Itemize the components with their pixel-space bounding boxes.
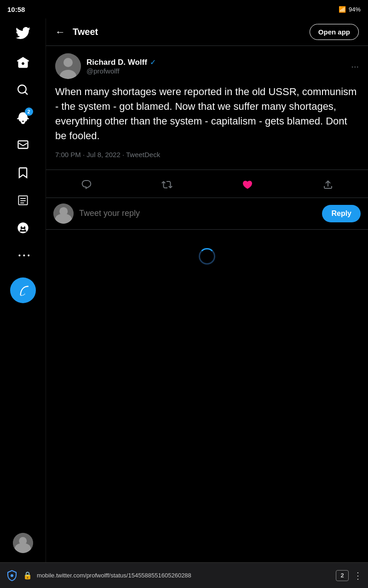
- tweet-content: Richard D. Wolff ✓ @profwolff ··· When m…: [46, 46, 368, 170]
- svg-point-3: [11, 574, 13, 577]
- page-title: Tweet: [73, 27, 98, 37]
- open-app-button[interactable]: Open app: [310, 24, 359, 40]
- browser-url[interactable]: mobile.twitter.com/profwolff/status/1545…: [37, 572, 331, 579]
- author-name: Richard D. Wolff: [86, 58, 147, 67]
- shield-icon[interactable]: [6, 569, 18, 582]
- retweet-action-button[interactable]: [158, 175, 176, 194]
- reply-input[interactable]: [79, 209, 316, 218]
- sidebar-item-lists[interactable]: [10, 187, 36, 213]
- back-button[interactable]: ←: [55, 26, 65, 38]
- notification-badge: 2: [25, 107, 33, 116]
- browser-tabs[interactable]: 2: [336, 570, 349, 581]
- tweet-timestamp: 7:00 PM · Jul 8, 2022 · TweetDeck: [55, 151, 359, 158]
- action-bar: [46, 172, 368, 198]
- more-options-button[interactable]: ···: [351, 61, 359, 72]
- status-time: 10:58: [7, 6, 25, 13]
- status-bar: 10:58 📶 94%: [0, 0, 368, 18]
- compose-button[interactable]: [10, 277, 36, 303]
- browser-more-button[interactable]: ⋮: [353, 570, 362, 581]
- wifi-icon: 📶: [339, 6, 346, 13]
- verified-icon: ✓: [150, 58, 156, 67]
- reply-action-button[interactable]: [77, 175, 96, 194]
- tweet-divider: [46, 170, 368, 170]
- tweet-author-row: Richard D. Wolff ✓ @profwolff ···: [55, 53, 359, 79]
- user-avatar[interactable]: [13, 533, 33, 553]
- author-name-row: Richard D. Wolff ✓: [86, 58, 156, 67]
- loading-spinner: [199, 248, 215, 265]
- svg-point-1: [63, 58, 73, 67]
- reply-user-avatar: [53, 204, 74, 224]
- author-details: Richard D. Wolff ✓ @profwolff: [86, 58, 156, 75]
- main-layout: 2: [0, 18, 368, 562]
- reply-button[interactable]: Reply: [322, 205, 361, 222]
- author-handle: @profwolff: [86, 67, 156, 75]
- tweet-text: When many shortages were reported in the…: [55, 85, 359, 143]
- battery-icon: 94%: [349, 6, 361, 13]
- sidebar-item-profile[interactable]: [10, 215, 36, 241]
- content-area: ← Tweet Open app: [46, 18, 368, 562]
- lock-icon: 🔒: [23, 571, 32, 580]
- sidebar-item-more[interactable]: [10, 243, 36, 268]
- tweet-header-bar: ← Tweet Open app: [46, 18, 368, 46]
- sidebar-item-bookmarks[interactable]: [10, 160, 36, 186]
- loading-area: [46, 230, 368, 562]
- sidebar-item-messages[interactable]: [10, 132, 36, 158]
- author-avatar: [55, 53, 81, 79]
- like-action-button[interactable]: [238, 175, 257, 194]
- twitter-logo[interactable]: [13, 23, 33, 43]
- share-action-button[interactable]: [319, 175, 337, 194]
- reply-area: Reply: [46, 198, 368, 230]
- header-left: ← Tweet: [55, 26, 98, 38]
- tweet-author-info: Richard D. Wolff ✓ @profwolff: [55, 53, 156, 79]
- sidebar-item-notifications[interactable]: 2: [10, 105, 36, 130]
- sidebar-item-home[interactable]: [10, 50, 36, 75]
- browser-bar: 🔒 mobile.twitter.com/profwolff/status/15…: [0, 562, 368, 588]
- sidebar-item-search[interactable]: [10, 77, 36, 103]
- status-icons: 📶 94%: [339, 6, 361, 13]
- sidebar: 2: [0, 18, 46, 562]
